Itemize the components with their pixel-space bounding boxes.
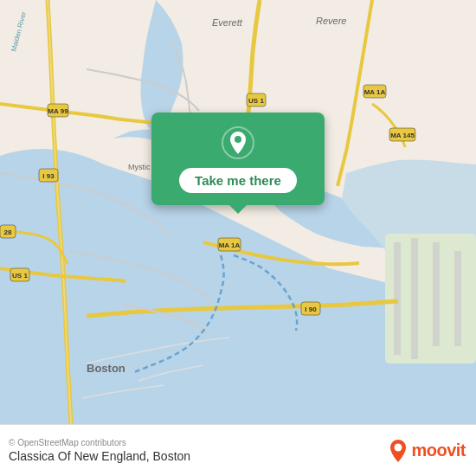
location-label: Classica Of New England, Boston [9,449,190,463]
svg-text:US 1: US 1 [248,97,264,105]
svg-text:I 90: I 90 [305,306,317,313]
bottom-left: © OpenStreetMap contributors Classica Of… [9,438,190,463]
svg-text:28: 28 [4,228,12,236]
svg-text:US 1: US 1 [12,272,28,280]
bottom-bar: © OpenStreetMap contributors Classica Of… [0,424,476,476]
moovit-logo: moovit [389,439,466,463]
svg-point-30 [235,136,241,143]
svg-text:Revere: Revere [316,16,346,26]
location-pin-icon [222,126,254,159]
moovit-label: moovit [411,441,466,460]
svg-text:MA 145: MA 145 [390,132,415,139]
svg-text:Boston: Boston [87,362,125,375]
copyright-text: © OpenStreetMap contributors [9,438,190,447]
svg-text:MA 1A: MA 1A [219,241,241,249]
svg-text:I 93: I 93 [42,172,55,180]
take-me-there-button[interactable]: Take me there [179,168,297,193]
svg-text:Mystic: Mystic [128,163,151,171]
svg-text:MA 99: MA 99 [48,107,68,115]
popup-card[interactable]: Take me there [151,113,325,205]
map-container: I 93 US 1 MA 99 MA 1A MA 145 MA 1A I 90 … [0,0,476,424]
moovit-pin-icon [389,439,408,463]
svg-text:Everett: Everett [212,17,243,28]
svg-rect-4 [433,242,440,346]
svg-text:MA 1A: MA 1A [364,88,386,96]
svg-rect-5 [454,251,461,346]
svg-rect-2 [394,242,401,355]
svg-rect-3 [411,238,418,359]
svg-point-31 [395,443,402,451]
